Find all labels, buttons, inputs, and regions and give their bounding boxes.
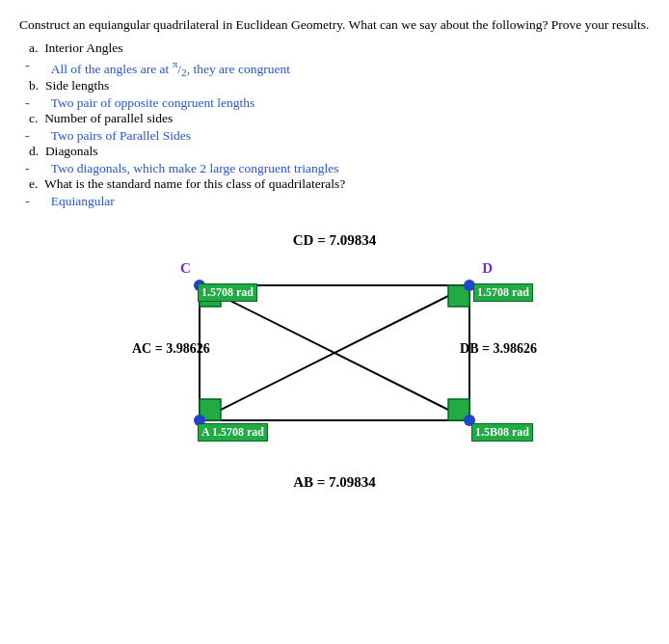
- db-label: DB = 3.98626: [460, 341, 537, 357]
- cd-measurement: CD = 7.09834: [293, 232, 376, 249]
- section-e-label: e. What is the standard name for this cl…: [29, 176, 345, 191]
- diagram-container: C D 1.5708 rad 1.5708 rad A 1.5708 rad 1…: [132, 256, 537, 469]
- answer-a: - All of the angles are at π/2, they are…: [25, 58, 650, 78]
- answer-d: - Two diagonals, which make 2 large cong…: [25, 161, 650, 176]
- ac-label: AC = 3.98626: [132, 341, 210, 357]
- angle-b-box: 1.5B08 rad: [471, 423, 533, 442]
- section-d-label: d. Diagonals: [29, 144, 98, 158]
- intro-text: Construct an equiangular quadrilateral i…: [19, 15, 650, 35]
- section-b-label: b. Side lengths: [29, 78, 109, 93]
- angle-c-box: 1.5708 rad: [198, 283, 257, 302]
- answer-b-text: Two pair of opposite congruent lengths: [51, 95, 255, 111]
- section-c: c. Number of parallel sides: [19, 111, 650, 126]
- section-a: a. Interior Angles: [19, 40, 650, 56]
- answer-c-text: Two pairs of Parallel Sides: [51, 128, 191, 144]
- section-b: b. Side lengths: [19, 78, 650, 94]
- answer-d-text: Two diagonals, which make 2 large congru…: [51, 161, 339, 176]
- point-c-label: C: [180, 260, 191, 277]
- geometry-section: CD = 7.09834 C D: [19, 232, 650, 491]
- angle-d-box: 1.5708 rad: [473, 283, 533, 302]
- answer-a-text: All of the angles are at π/2, they are c…: [51, 58, 290, 78]
- point-d-label: D: [482, 260, 493, 277]
- problem-container: Construct an equiangular quadrilateral i…: [19, 15, 650, 209]
- section-d: d. Diagonals: [19, 144, 650, 159]
- section-c-label: c. Number of parallel sides: [29, 111, 173, 125]
- answer-c: - Two pairs of Parallel Sides: [25, 128, 650, 144]
- ab-measurement: AB = 7.09834: [293, 474, 376, 491]
- answer-e-text: Equiangular: [51, 194, 115, 209]
- section-a-label: a. Interior Angles: [29, 40, 122, 55]
- angle-a-box: A 1.5708 rad: [198, 423, 268, 442]
- answer-b: - Two pair of opposite congruent lengths: [25, 95, 650, 111]
- section-e: e. What is the standard name for this cl…: [19, 176, 650, 192]
- answer-e: - Equiangular: [25, 194, 650, 209]
